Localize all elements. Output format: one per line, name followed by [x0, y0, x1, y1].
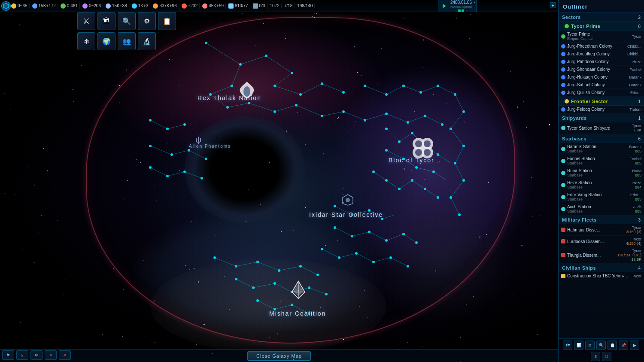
- action-btn-5[interactable]: 📋: [158, 12, 176, 30]
- section-military[interactable]: Military Fleets 3: [559, 215, 644, 224]
- resource-alloys: 15K+38: [104, 3, 129, 9]
- br-btn-list[interactable]: 📋: [608, 341, 617, 350]
- item-tycor-prime-capital[interactable]: Tycor Prime Empire Capital Tycor: [559, 30, 644, 43]
- br-btn-search[interactable]: 🔍: [596, 341, 606, 350]
- action-btn-4[interactable]: ⚙: [138, 12, 156, 30]
- faction-emblem[interactable]: [1, 1, 11, 11]
- civilian-label: Civilian Ships: [562, 265, 596, 271]
- panel-bottom-controls: 🗺 📊 ⚙ 🔍 📋 📌 ▶ ⏸ ⬡: [558, 338, 644, 362]
- action-btn-7[interactable]: 🌍: [97, 32, 115, 50]
- resource-energy: 0~65: [9, 3, 30, 9]
- mini-btn-freeze[interactable]: ❄: [30, 350, 43, 360]
- resource-food: 0 461: [59, 3, 80, 9]
- mini-btn-4[interactable]: 4: [45, 350, 57, 360]
- resource-pop: 810/77: [227, 3, 250, 9]
- faction-icon-mishar: [286, 279, 311, 302]
- resource-research: 1K+3: [130, 3, 151, 9]
- svg-point-180: [424, 149, 431, 156]
- bottom-bar: Close Galaxy Map: [0, 349, 558, 362]
- section-sectors[interactable]: Sectors 2: [559, 12, 644, 21]
- bottom-left-buttons: ⚑ 2 ❄ 4 ✕: [2, 350, 71, 360]
- item-jurg-shondaar[interactable]: Jurg-Shondaar Colony Fonhel: [559, 66, 644, 73]
- mini-btn-close[interactable]: ✕: [59, 350, 71, 360]
- action-btn-9[interactable]: 🔬: [138, 32, 156, 50]
- svg-point-177: [415, 140, 422, 147]
- br-btn-map[interactable]: 🗺: [563, 341, 572, 350]
- item-thurgla[interactable]: Thurgla Dissem... Tycor 191/150 (191) 12…: [559, 247, 644, 263]
- item-jurg-hulaagh[interactable]: Jurg-Hulaagh Colony Barank: [559, 73, 644, 81]
- item-lurdoosh[interactable]: Lurdoosh Dissem... Tycor 4/150 (4): [559, 236, 644, 247]
- close-galaxy-map-button[interactable]: Close Galaxy Map: [247, 351, 311, 361]
- item-edor-station[interactable]: Edor Vang Station Starbase Edor... 885: [559, 191, 644, 203]
- section-shipyards[interactable]: Shipyards 1: [559, 113, 644, 122]
- civilian-count: 4: [638, 266, 641, 271]
- sectors-count: 2: [638, 15, 641, 20]
- play-icon: [443, 4, 446, 8]
- br-btn-pin[interactable]: 📌: [619, 341, 628, 350]
- outliner-panel: Outliner Sectors 2 Tycor Prime 8 Tycor P…: [558, 0, 644, 362]
- speed-pip: [458, 9, 461, 12]
- shipyards-count: 1: [638, 116, 641, 121]
- sectors-label: Sectors: [562, 15, 581, 20]
- resource-minerals: 15K+172: [30, 3, 58, 9]
- action-btn-1[interactable]: ⚔: [77, 12, 95, 30]
- item-runa-station[interactable]: Runa Station Starbase Runa 885: [559, 167, 644, 179]
- resource-count2: 7/18: [283, 3, 295, 8]
- resource-consumer: 0~206: [81, 3, 103, 9]
- svg-text:ψ: ψ: [195, 135, 201, 144]
- alien-icon-left: ψ: [193, 133, 206, 148]
- item-jurg-sahuul[interactable]: Jurg-Sahuul Colony Barank: [559, 81, 644, 89]
- item-baranik-station[interactable]: Baranik Station Starbase Barank 885: [559, 143, 644, 155]
- item-jurg-knoolheg[interactable]: Jurg-Knoolheg Colony Chibbl...: [559, 50, 644, 58]
- galaxy-map[interactable]: Rex Thalak Nation Bloc of Tycor Ixidar S…: [0, 0, 558, 362]
- item-tycor-shipyard[interactable]: Tycor Station Shipyard Tycor 1.8K: [559, 122, 644, 134]
- resource-fleets: 0/3: [251, 3, 267, 9]
- resource-influence: 45K+59: [200, 3, 226, 9]
- item-construction-ship[interactable]: Construction Ship TBC Yehm-Gilarul Tycor: [559, 272, 644, 280]
- item-aiich-station[interactable]: Aiich Station Starbase Aiich 885: [559, 203, 644, 215]
- resource-unity2: +232: [180, 3, 200, 9]
- military-count: 3: [638, 218, 641, 222]
- action-buttons-area: ⚔ 🏛 🔍 ⚙ 📋 ❄ 🌍 👥 🔬: [77, 12, 176, 50]
- svg-point-183: [346, 198, 350, 202]
- br-btn-chart[interactable]: 📊: [574, 341, 583, 350]
- section-civilian[interactable]: Civilian Ships 4: [559, 263, 644, 272]
- item-hahmaar[interactable]: Hahmaar Disse... Tycor 3/150 (3): [559, 224, 644, 236]
- outliner-content[interactable]: Sectors 2 Tycor Prime 8 Tycor Prime Empi…: [559, 12, 644, 362]
- item-jurg-felooq[interactable]: Jurg-Felooq Colony Tralom: [559, 106, 644, 113]
- svg-point-179: [415, 149, 422, 156]
- starbases-count: 6: [638, 137, 641, 141]
- br-btn-settings[interactable]: ⚙: [585, 341, 595, 350]
- action-btn-3[interactable]: 🔍: [118, 12, 136, 30]
- tycor-prime-count: 8: [638, 24, 641, 29]
- outliner-title: Outliner: [559, 0, 644, 12]
- item-fonhel-station[interactable]: Fonhel Station Starbase Fonhel 885: [559, 155, 644, 167]
- svg-marker-184: [3, 3, 9, 9]
- section-frontier[interactable]: Frontier Sector 1: [559, 97, 644, 106]
- date-display: 2400.01.06: [450, 0, 472, 5]
- mini-btn-2[interactable]: 2: [16, 350, 28, 360]
- br-btn-pause[interactable]: ⏸: [591, 352, 600, 361]
- item-jurg-pabdoon[interactable]: Jurg-Pabdoon Colony Heze: [559, 58, 644, 66]
- military-label: Military Fleets: [562, 217, 597, 222]
- resource-unity: 337K+96: [151, 3, 179, 9]
- section-starbases[interactable]: Starbases 6: [559, 134, 644, 143]
- br-btn-expand[interactable]: ⬡: [602, 352, 611, 361]
- action-btn-6[interactable]: ❄: [77, 32, 95, 50]
- br-btn-play[interactable]: ▶: [630, 341, 639, 350]
- section-tycor-prime[interactable]: Tycor Prime 8: [559, 21, 644, 30]
- action-btn-8[interactable]: 👥: [118, 32, 136, 50]
- item-loc-tycor: Tycor: [632, 34, 641, 39]
- tycor-prime-label: Tycor Prime: [571, 24, 600, 29]
- action-btn-2[interactable]: 🏛: [97, 12, 115, 30]
- item-name-tycor: Tycor Prime: [567, 32, 630, 37]
- item-jurg-quilish[interactable]: Jurg-Quilish Colony Edor...: [559, 89, 644, 97]
- expand-outliner-button[interactable]: ▶: [550, 2, 556, 8]
- datetime-bar: 2400.01.06 Normal speed: [438, 0, 477, 12]
- mini-btn-flag[interactable]: ⚑: [2, 350, 14, 360]
- starbases-label: Starbases: [562, 136, 586, 141]
- frontier-label: Frontier Sector: [571, 99, 608, 104]
- item-heze-station[interactable]: Heze Station Starbase Heze 884: [559, 179, 644, 191]
- item-jurg-pheedthun[interactable]: Jurg-Pheedthun Colony Chibbl...: [559, 43, 644, 50]
- ixidar-icon: [341, 193, 354, 208]
